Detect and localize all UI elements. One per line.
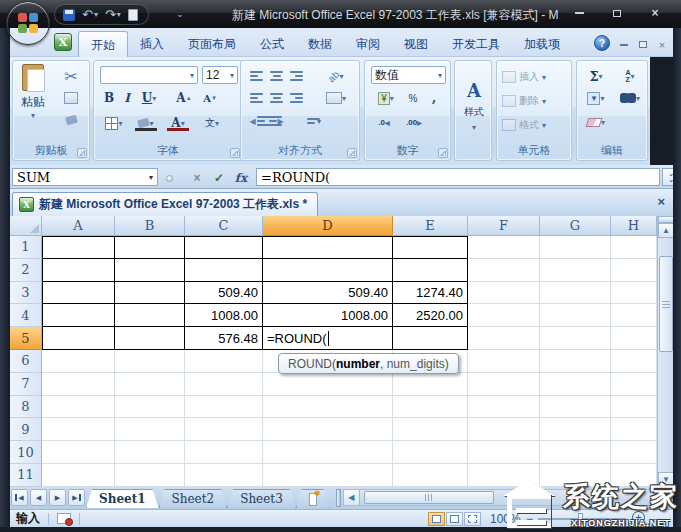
cell-F2[interactable] — [468, 259, 540, 282]
comma-style-icon[interactable]: , — [425, 89, 443, 107]
tab-insert[interactable]: 插入 — [128, 31, 176, 57]
cell-G9[interactable] — [540, 418, 611, 441]
cell-B5[interactable] — [115, 327, 185, 350]
cell-B8[interactable] — [115, 396, 185, 419]
cell-F8[interactable] — [468, 396, 540, 419]
cell-styles-button[interactable]: A 样式 ▾ — [459, 67, 489, 145]
cell-H2[interactable] — [611, 259, 657, 282]
cell-H10[interactable] — [611, 441, 657, 464]
autosum-button[interactable]: Σ▾ — [581, 67, 611, 85]
cell-C4[interactable]: 1008.00 — [185, 304, 263, 327]
cell-E7[interactable] — [393, 373, 468, 396]
cell-B3[interactable] — [115, 282, 185, 305]
phonetic-guide-button[interactable]: 文▾ — [196, 113, 228, 133]
close-button[interactable]: × — [642, 5, 668, 21]
decrease-indent-icon[interactable]: ◀ — [247, 112, 266, 130]
align-middle-button[interactable] — [267, 67, 286, 85]
save-icon[interactable] — [63, 9, 75, 21]
cell-D8[interactable] — [263, 396, 393, 419]
cell-G5[interactable] — [540, 327, 611, 350]
workbook-minimize-button[interactable] — [616, 38, 632, 51]
find-select-button[interactable]: ▾ — [615, 89, 645, 107]
normal-view-icon[interactable] — [428, 512, 445, 526]
cell-G1[interactable] — [540, 236, 611, 259]
cell-H7[interactable] — [611, 373, 657, 396]
grow-font-button[interactable]: A▲ — [172, 89, 196, 107]
cell-G4[interactable] — [540, 304, 611, 327]
sheet-tab-sheet2[interactable]: Sheet2 — [159, 489, 228, 508]
borders-button[interactable]: ▾ — [100, 113, 128, 133]
cell-A5[interactable] — [42, 327, 115, 350]
orientation-button[interactable]: ab▾ — [319, 67, 353, 85]
cell-D1[interactable] — [263, 236, 393, 259]
cell-H8[interactable] — [611, 396, 657, 419]
row-header-3[interactable]: 3 — [10, 282, 42, 305]
shrink-font-button[interactable]: A▼ — [198, 89, 222, 107]
cell-H5[interactable] — [611, 327, 657, 350]
first-sheet-icon[interactable]: ◀ — [11, 489, 28, 506]
cell-G3[interactable] — [540, 282, 611, 305]
cell-A11[interactable] — [42, 464, 115, 487]
increase-indent-icon[interactable]: ▶ — [267, 112, 286, 130]
copy-icon[interactable] — [61, 89, 81, 107]
workbook-close-button[interactable]: × — [654, 38, 670, 51]
cell-E1[interactable] — [393, 236, 468, 259]
format-painter-icon[interactable] — [61, 111, 81, 129]
excel-app-icon[interactable]: X — [54, 33, 72, 51]
column-header-D[interactable]: D — [263, 216, 393, 236]
redo-icon[interactable]: ↷▾ — [105, 8, 121, 21]
undo-icon[interactable]: ↶▾ — [82, 8, 98, 21]
cell-B7[interactable] — [115, 373, 185, 396]
align-center-button[interactable] — [267, 89, 286, 107]
cell-F6[interactable] — [468, 350, 540, 373]
percent-style-icon[interactable]: % — [403, 89, 423, 107]
document-tab[interactable]: X 新建 Microsoft Office Excel 97-2003 工作表.… — [12, 192, 318, 216]
cell-H4[interactable] — [611, 304, 657, 327]
last-sheet-icon[interactable]: ▶ — [68, 489, 85, 506]
fill-button[interactable]: ▼▾ — [581, 89, 611, 107]
cell-D4[interactable]: 1008.00 — [263, 304, 393, 327]
cell-B2[interactable] — [115, 259, 185, 282]
cell-G7[interactable] — [540, 373, 611, 396]
wrap-text-button[interactable]: ▾ — [297, 112, 331, 130]
cell-C3[interactable]: 509.40 — [185, 282, 263, 305]
next-sheet-icon[interactable]: ▶ — [49, 489, 66, 506]
insert-cells-button[interactable]: 插入▾ — [501, 67, 569, 87]
row-header-1[interactable]: 1 — [10, 236, 42, 259]
cell-F3[interactable] — [468, 282, 540, 305]
row-header-5[interactable]: 5 — [10, 327, 42, 350]
cell-D2[interactable] — [263, 259, 393, 282]
align-top-button[interactable] — [247, 67, 266, 85]
tab-formulas[interactable]: 公式 — [248, 31, 296, 57]
cell-F5[interactable] — [468, 327, 540, 350]
cell-A9[interactable] — [42, 418, 115, 441]
cell-C5[interactable]: 576.48 — [185, 327, 263, 350]
cell-G10[interactable] — [540, 441, 611, 464]
bold-button[interactable]: B — [100, 89, 118, 107]
vertical-scrollbar[interactable]: ▲ ▼ — [657, 216, 673, 487]
underline-button[interactable]: U▾ — [136, 89, 162, 107]
insert-worksheet-tab[interactable]: ✱ — [296, 489, 330, 508]
page-break-view-icon[interactable] — [464, 512, 481, 526]
cell-A8[interactable] — [42, 396, 115, 419]
row-header-6[interactable]: 6 — [10, 350, 42, 373]
cell-C11[interactable] — [185, 464, 263, 487]
tab-developer[interactable]: 开发工具 — [440, 31, 512, 57]
row-header-7[interactable]: 7 — [10, 373, 42, 396]
insert-function-icon[interactable]: fx — [232, 169, 250, 186]
cell-E9[interactable] — [393, 418, 468, 441]
cell-H3[interactable] — [611, 282, 657, 305]
workbook-restore-button[interactable] — [635, 38, 651, 51]
minimize-button[interactable] — [566, 5, 592, 21]
column-header-A[interactable]: A — [42, 216, 115, 236]
cell-B6[interactable] — [115, 350, 185, 373]
help-icon[interactable]: ? — [594, 35, 610, 51]
sort-filter-button[interactable]: AZ▾ — [615, 67, 645, 85]
cell-E4[interactable]: 2520.00 — [393, 304, 468, 327]
cell-A1[interactable] — [42, 236, 115, 259]
cell-G2[interactable] — [540, 259, 611, 282]
cell-F1[interactable] — [468, 236, 540, 259]
cell-D3[interactable]: 509.40 — [263, 282, 393, 305]
number-dialog-launcher[interactable]: ◿ — [438, 148, 448, 158]
font-color-button[interactable]: A▾ — [164, 113, 192, 133]
